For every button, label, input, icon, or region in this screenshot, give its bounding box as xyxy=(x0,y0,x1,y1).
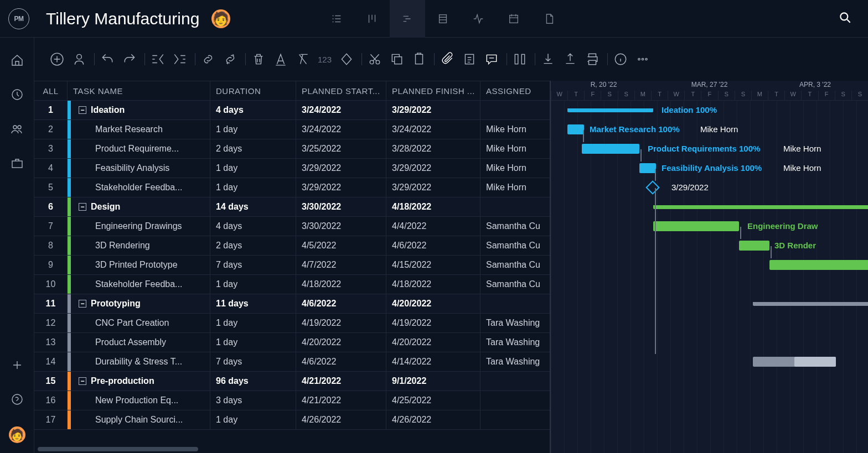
board-view-icon[interactable] xyxy=(354,0,390,38)
planned-finish-cell[interactable]: 4/19/2022 xyxy=(386,314,480,332)
columns-icon[interactable] xyxy=(513,52,527,66)
unlink-icon[interactable] xyxy=(223,52,237,66)
sheet-view-icon[interactable] xyxy=(425,0,461,38)
task-name-cell[interactable]: Market Research xyxy=(68,120,210,139)
assigned-cell[interactable]: Samantha Cu xyxy=(480,275,547,294)
duration-cell[interactable]: 3 days xyxy=(210,391,296,410)
task-row[interactable]: 3Product Requireme...2 days3/25/20223/28… xyxy=(34,139,550,159)
duration-cell[interactable]: 1 day xyxy=(210,314,296,332)
task-name-cell[interactable]: Stakeholder Feedba... xyxy=(68,275,210,294)
col-all[interactable]: ALL xyxy=(34,81,68,100)
attachment-icon[interactable] xyxy=(440,52,454,66)
task-name-cell[interactable]: 3D Printed Prototype xyxy=(68,256,210,274)
planned-start-cell[interactable]: 3/24/2022 xyxy=(296,101,386,119)
task-row[interactable]: 5Stakeholder Feedba...1 day3/29/20223/29… xyxy=(34,178,550,197)
help-icon[interactable] xyxy=(10,392,24,407)
gantt-milestone[interactable] xyxy=(645,180,659,194)
clock-icon[interactable] xyxy=(10,87,24,102)
planned-finish-cell[interactable]: 4/15/2022 xyxy=(386,256,480,274)
assigned-cell[interactable]: Mike Horn xyxy=(480,178,547,197)
col-name[interactable]: TASK NAME xyxy=(68,81,210,100)
print-icon[interactable] xyxy=(585,52,600,66)
milestone-icon[interactable] xyxy=(339,52,354,66)
task-name-cell[interactable]: −Prototyping xyxy=(68,294,210,313)
planned-finish-cell[interactable]: 4/18/2022 xyxy=(386,197,480,216)
duration-cell[interactable]: 11 days xyxy=(210,294,296,313)
task-name-cell[interactable]: Stakeholder Feedba... xyxy=(68,178,210,197)
activity-view-icon[interactable] xyxy=(461,0,496,38)
planned-start-cell[interactable]: 4/21/2022 xyxy=(296,391,386,410)
planned-start-cell[interactable]: 4/19/2022 xyxy=(296,314,386,332)
duration-cell[interactable]: 2 days xyxy=(210,236,296,255)
gantt-bar-ideation[interactable] xyxy=(567,108,653,112)
task-row[interactable]: 1−Ideation4 days3/24/20223/29/2022 xyxy=(34,101,550,120)
notes-icon[interactable] xyxy=(462,52,477,66)
horizontal-scrollbar[interactable] xyxy=(34,445,550,453)
assigned-cell[interactable]: Samantha Cu xyxy=(480,256,547,274)
planned-finish-cell[interactable]: 9/1/2022 xyxy=(386,372,480,390)
task-row[interactable]: 17Supply Chain Sourci...1 day4/26/20224/… xyxy=(34,410,550,430)
planned-start-cell[interactable]: 3/24/2022 xyxy=(296,120,386,139)
gantt-view-icon[interactable] xyxy=(390,0,425,38)
file-view-icon[interactable] xyxy=(531,0,567,38)
task-name-cell[interactable]: Product Requireme... xyxy=(68,139,210,158)
task-name-cell[interactable]: Feasibility Analysis xyxy=(68,159,210,178)
assigned-cell[interactable] xyxy=(480,372,547,390)
project-avatar[interactable]: 🧑 xyxy=(211,9,230,28)
col-planned-finish[interactable]: PLANNED FINISH ... xyxy=(386,81,480,100)
assigned-cell[interactable] xyxy=(480,197,547,216)
duration-cell[interactable]: 7 days xyxy=(210,256,296,274)
gantt-bar-proto[interactable] xyxy=(769,260,868,270)
assigned-cell[interactable]: Tara Washing xyxy=(480,333,547,352)
assigned-cell[interactable]: Tara Washing xyxy=(480,352,547,371)
planned-start-cell[interactable]: 4/20/2022 xyxy=(296,333,386,352)
task-name-cell[interactable]: Product Assembly xyxy=(68,333,210,352)
task-row[interactable]: 12CNC Part Creation1 day4/19/20224/19/20… xyxy=(34,314,550,333)
collapse-icon[interactable]: − xyxy=(79,106,86,114)
undo-icon[interactable] xyxy=(100,52,115,66)
planned-start-cell[interactable]: 4/18/2022 xyxy=(296,275,386,294)
assigned-cell[interactable]: Mike Horn xyxy=(480,139,547,158)
duration-cell[interactable]: 4 days xyxy=(210,101,296,119)
planned-start-cell[interactable]: 4/26/2022 xyxy=(296,410,386,429)
grid-body[interactable]: 1−Ideation4 days3/24/20223/29/20222Marke… xyxy=(34,101,550,445)
task-row[interactable]: 93D Printed Prototype7 days4/7/20224/15/… xyxy=(34,256,550,275)
task-row[interactable]: 83D Rendering2 days4/5/20224/6/2022Saman… xyxy=(34,236,550,256)
task-row[interactable]: 16New Production Eq...3 days4/21/20224/2… xyxy=(34,391,550,410)
gantt-bar-rend[interactable] xyxy=(739,241,769,251)
import-icon[interactable] xyxy=(541,52,555,66)
duration-cell[interactable]: 4 days xyxy=(210,217,296,236)
col-assigned[interactable]: ASSIGNED xyxy=(480,81,547,100)
collapse-icon[interactable]: − xyxy=(79,300,86,308)
info-icon[interactable] xyxy=(613,52,628,66)
task-row[interactable]: 7Engineering Drawings4 days3/30/20224/4/… xyxy=(34,217,550,236)
outdent-icon[interactable] xyxy=(151,52,165,66)
planned-finish-cell[interactable]: 4/14/2022 xyxy=(386,352,480,371)
task-row[interactable]: 10Stakeholder Feedba...1 day4/18/20224/1… xyxy=(34,275,550,294)
planned-start-cell[interactable]: 3/30/2022 xyxy=(296,217,386,236)
assigned-cell[interactable]: Samantha Cu xyxy=(480,217,547,236)
task-row[interactable]: 6−Design14 days3/30/20224/18/2022 xyxy=(34,197,550,217)
assigned-cell[interactable] xyxy=(480,101,547,119)
task-row[interactable]: 2Market Research1 day3/24/20223/24/2022M… xyxy=(34,120,550,139)
assigned-cell[interactable] xyxy=(480,391,547,410)
assigned-cell[interactable] xyxy=(480,294,547,313)
planned-finish-cell[interactable]: 4/26/2022 xyxy=(386,410,480,429)
add-task-icon[interactable] xyxy=(50,52,64,66)
planned-start-cell[interactable]: 4/21/2022 xyxy=(296,372,386,390)
planned-finish-cell[interactable]: 3/29/2022 xyxy=(386,159,480,178)
planned-finish-cell[interactable]: 3/24/2022 xyxy=(386,120,480,139)
task-name-cell[interactable]: Durability & Stress T... xyxy=(68,352,210,371)
task-name-cell[interactable]: 3D Rendering xyxy=(68,236,210,255)
assigned-cell[interactable]: Tara Washing xyxy=(480,314,547,332)
planned-finish-cell[interactable]: 3/29/2022 xyxy=(386,178,480,197)
copy-icon[interactable] xyxy=(390,52,404,66)
assign-icon[interactable] xyxy=(72,52,86,66)
task-name-cell[interactable]: −Pre-production xyxy=(68,372,210,390)
duration-cell[interactable]: 96 days xyxy=(210,372,296,390)
duration-cell[interactable]: 7 days xyxy=(210,352,296,371)
planned-start-cell[interactable]: 4/6/2022 xyxy=(296,294,386,313)
task-row[interactable]: 11−Prototyping11 days4/6/20224/20/2022 xyxy=(34,294,550,314)
user-avatar[interactable]: 🧑 xyxy=(9,426,25,443)
cut-icon[interactable] xyxy=(368,52,382,66)
